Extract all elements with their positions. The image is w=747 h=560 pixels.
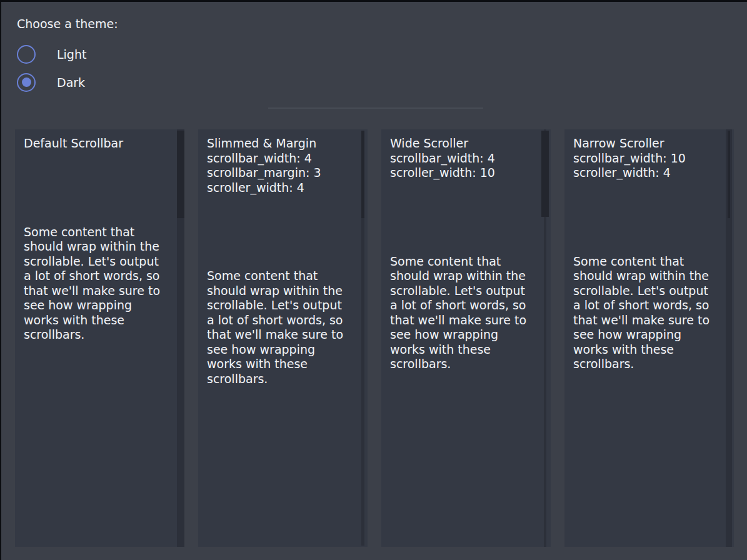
panel-title: Wide Scroller [390, 136, 542, 151]
radio-option-light[interactable]: Light [17, 40, 118, 68]
panel-params: scrollbar_width: 10 scroller_width: 4 [573, 151, 725, 181]
radio-dot [22, 78, 31, 87]
horizontal-divider [268, 108, 483, 109]
radio-option-dark-label[interactable]: Dark [57, 76, 85, 89]
panel-content: Some content that should wrap within the… [207, 269, 354, 386]
panel-title: Slimmed & Margin [207, 136, 359, 151]
panel-slimmed-margin[interactable]: Slimmed & Margin scrollbar_width: 4 scro… [198, 129, 368, 547]
radio-selected-icon[interactable] [17, 73, 36, 92]
radio-option-dark[interactable]: Dark [17, 68, 118, 96]
radio-unselected-icon[interactable] [17, 45, 36, 64]
panel-content: Some content that should wrap within the… [24, 225, 171, 342]
panel-content: Some content that should wrap within the… [390, 254, 538, 372]
panel-params: scrollbar_width: 4 scroller_width: 10 [390, 151, 542, 181]
panel-title: Default Scrollbar [24, 136, 176, 151]
scrollbar-thumb[interactable] [361, 131, 364, 218]
theme-chooser-label: Choose a theme: [17, 17, 118, 31]
panel-wide-scroller[interactable]: Wide Scroller scrollbar_width: 4 scrolle… [381, 129, 551, 547]
theme-chooser: Choose a theme: Light Dark [17, 17, 118, 96]
scrollbar-thumb[interactable] [541, 131, 549, 217]
radio-option-light-label[interactable]: Light [57, 48, 86, 61]
scrollbar-thumb[interactable] [177, 131, 184, 218]
scroll-panels-row: Default Scrollbar Some content that shou… [15, 129, 734, 547]
panel-content: Some content that should wrap within the… [573, 254, 721, 372]
scrollbar-thumb[interactable] [728, 131, 730, 218]
panel-params: scrollbar_width: 4 scrollbar_margin: 3 s… [207, 151, 359, 196]
panel-title: Narrow Scroller [573, 136, 725, 151]
panel-narrow-scroller[interactable]: Narrow Scroller scrollbar_width: 10 scro… [564, 129, 734, 547]
panel-default-scrollbar[interactable]: Default Scrollbar Some content that shou… [15, 129, 184, 547]
